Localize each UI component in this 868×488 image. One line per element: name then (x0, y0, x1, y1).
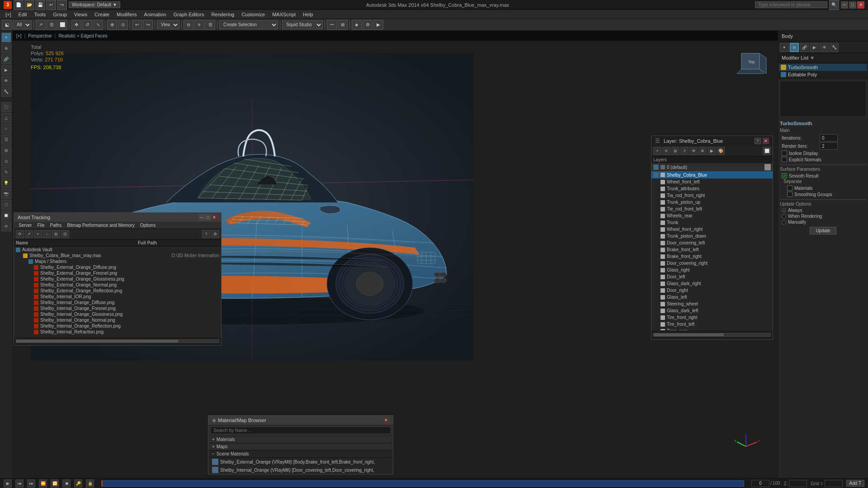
layer-row-door-r[interactable]: Door_right (651, 287, 773, 294)
at-maximize-btn[interactable]: □ (205, 214, 211, 221)
menu-graph-editors[interactable]: Graph Editors (170, 11, 208, 18)
motion-tab-btn[interactable]: ▶ (810, 43, 819, 52)
utilities-panel-btn[interactable]: 🔧 (1, 87, 11, 97)
layer-row-wheels-rear[interactable]: Wheels_rear (651, 212, 773, 219)
menu-edit[interactable]: Edit (15, 11, 31, 18)
layer-row-door-cov-r[interactable]: Door_covering_right (651, 260, 773, 267)
menu-views[interactable]: Views (71, 11, 91, 18)
at-refresh-btn[interactable]: ⟳ (16, 230, 24, 238)
at-menu-bitmap[interactable]: Bitmap Performance and Memory (64, 222, 137, 229)
at-row-img-12[interactable]: Shelby_Internal_Refraction.png (14, 329, 221, 335)
new-btn[interactable]: 📄 (14, 0, 24, 10)
status-btn-5[interactable]: 🔁 (51, 479, 59, 488)
at-row-img-4[interactable]: Shelby_External_Orange_Normal.png (14, 282, 221, 288)
viewport-mode-label[interactable]: Perspective (28, 33, 52, 38)
menu-customize[interactable]: Customize (238, 11, 269, 18)
close-window-btn[interactable]: ✕ (857, 1, 864, 9)
at-row-img-11[interactable]: Shelby_Internal_Orange_Reflection.png (14, 323, 221, 329)
materials-checkbox[interactable] (787, 185, 793, 191)
layer-vis-check-shelby[interactable] (653, 172, 659, 178)
at-row-img-6[interactable]: Shelby_Internal_IOR.png (14, 294, 221, 300)
at-row-img-3[interactable]: Shelby_External_Orange_Glossiness.png (14, 276, 221, 282)
left-tool-5[interactable]: ⊞ (1, 145, 11, 155)
explicit-normals-checkbox[interactable] (782, 157, 787, 162)
scale-btn[interactable]: ⤡ (93, 20, 103, 30)
left-tool-1[interactable]: ⬛ (1, 102, 11, 112)
keyword-search[interactable] (755, 1, 827, 8)
layer-row-default[interactable]: 0 (default) (651, 163, 773, 171)
isoline-checkbox[interactable] (782, 150, 787, 156)
at-menu-file[interactable]: File (34, 222, 47, 229)
search-btn[interactable]: 🔍 (829, 0, 839, 10)
move-btn[interactable]: ✥ (71, 20, 81, 30)
layer-hide-btn[interactable]: 👁 (689, 147, 698, 155)
at-menu-options[interactable]: Options (137, 222, 158, 229)
left-tool-12[interactable]: ⟳ (1, 221, 11, 231)
at-row-img-1[interactable]: Shelby_External_Orange_Diffuse.png (14, 264, 221, 270)
layer-row-steering[interactable]: Steering_wheel (651, 300, 773, 307)
render-iters-input[interactable] (820, 142, 838, 150)
left-tool-11[interactable]: 🔲 (1, 211, 11, 221)
open-btn[interactable]: 📂 (24, 0, 34, 10)
layer-row-tire-fl[interactable]: Tire_front_left (651, 321, 773, 328)
at-row-img-2[interactable]: Shelby_External_Orange_Fresnel.png (14, 270, 221, 276)
smooth-result-checkbox[interactable] (782, 173, 787, 178)
layers-expand-btn[interactable]: ⬜ (763, 147, 771, 155)
navigation-cube[interactable]: Top (732, 44, 769, 80)
left-tool-10[interactable]: ⬡ (1, 200, 11, 210)
create-tab-btn[interactable]: ✦ (780, 43, 789, 52)
at-menu-paths[interactable]: Paths (47, 222, 65, 229)
layer-row-trunk[interactable]: Trunk (651, 219, 773, 226)
status-btn-7[interactable]: 🔑 (74, 479, 82, 488)
layers-hscrollbar[interactable] (653, 333, 771, 337)
at-minimize-btn[interactable]: ─ (198, 214, 205, 221)
at-row-maxfile[interactable]: Shelby_Cobra_Blue_max_vray.max D:\3D Mol… (14, 253, 221, 258)
at-row-img-10[interactable]: Shelby_Internal_Orange_Normal.png (14, 317, 221, 323)
menu-help[interactable]: Help (299, 11, 317, 18)
menu-maxscript[interactable]: MAXScript (269, 11, 299, 18)
select-object-btn[interactable]: ↗ (36, 20, 46, 30)
hierarchy-panel-btn[interactable]: 🔗 (1, 54, 11, 64)
at-remove-btn[interactable]: − (43, 230, 51, 238)
at-row-img-9[interactable]: Shelby_Internal_Orange_Glossiness.png (14, 311, 221, 317)
mb-close-btn[interactable]: ✕ (383, 417, 389, 423)
update-btn[interactable]: Update (810, 227, 836, 235)
layer-color-btn[interactable]: 🎨 (717, 147, 725, 155)
select-by-name-btn[interactable]: ☰ (47, 20, 57, 30)
mb-item-1[interactable]: Shelby_External_Orange (VRayMtl) [Body,B… (208, 458, 393, 466)
left-tool-4[interactable]: ☰ (1, 135, 11, 145)
layers-help-btn[interactable]: ? (755, 138, 761, 144)
coord-system-btn[interactable]: ⊕ (107, 20, 117, 30)
layer-row-glass-dark-l[interactable]: Glass_dark_left (651, 307, 773, 314)
menu-tools[interactable]: Tools (31, 11, 50, 18)
timeline-bar[interactable] (101, 480, 744, 487)
viewport-render-label[interactable]: Realistic + Edged Faces (58, 33, 107, 38)
left-tool-8[interactable]: 💡 (1, 178, 11, 188)
add-time-btn[interactable]: Add T (846, 480, 865, 487)
at-collapse-btn[interactable]: ⊟ (61, 230, 69, 238)
status-btn-3[interactable]: ⏭ (27, 479, 35, 488)
modify-tab-btn[interactable]: ⊕ (790, 43, 799, 52)
utilities-tab-btn[interactable]: 🔧 (830, 43, 839, 52)
z-coord-input[interactable] (789, 480, 807, 487)
layer-row-glass-r[interactable]: Glass_right (651, 267, 773, 273)
layer-row-door-l[interactable]: Door_left (651, 273, 773, 280)
layer-row-tia-rod[interactable]: Tia_rod_front_right (651, 192, 773, 199)
curve-editor-btn[interactable]: 〜 (327, 20, 337, 30)
manually-radio[interactable] (782, 220, 786, 225)
at-row-img-5[interactable]: Shelby_External_Orange_Reflection.png (14, 288, 221, 294)
redo-scene-btn[interactable]: ↪ (143, 20, 153, 30)
frame-input[interactable] (751, 480, 769, 487)
left-tool-6[interactable]: ⊙ (1, 156, 11, 166)
at-add-btn[interactable]: + (34, 230, 42, 238)
left-tool-2[interactable]: △ (1, 113, 11, 123)
layer-add-obj-btn[interactable]: ⊞ (671, 147, 679, 155)
layer-row-wheel-fl[interactable]: Wheel_front_left (651, 178, 773, 185)
viewport-plus-label[interactable]: [+] (16, 33, 21, 38)
undo-btn[interactable]: ↩ (46, 0, 56, 10)
left-tool-9[interactable]: 📷 (1, 189, 11, 199)
align-btn[interactable]: ≡ (194, 20, 204, 30)
motion-panel-btn[interactable]: ▶ (1, 65, 11, 75)
at-row-vault[interactable]: Autodesk Vault (14, 247, 221, 253)
layer-row-glass-l[interactable]: Glass_left (651, 294, 773, 300)
